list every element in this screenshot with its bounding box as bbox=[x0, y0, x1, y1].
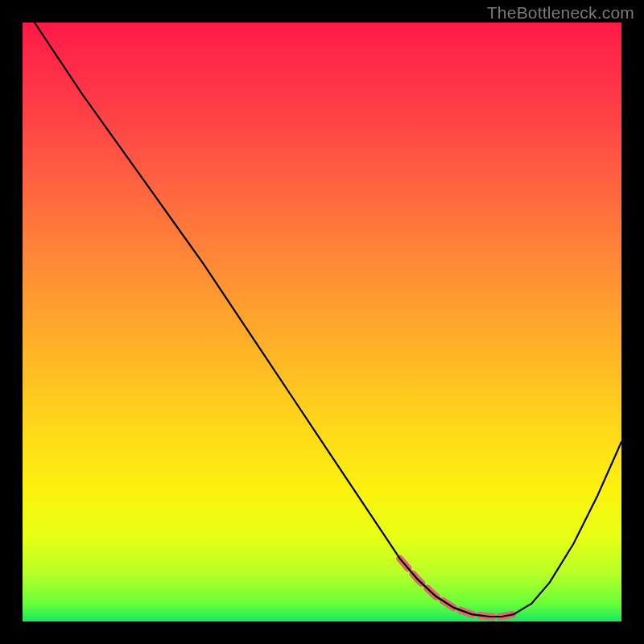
chart-svg bbox=[23, 23, 621, 621]
chart-plot-area bbox=[23, 23, 621, 621]
main-curve bbox=[35, 23, 621, 617]
watermark-text: TheBottleneck.com bbox=[487, 3, 634, 23]
